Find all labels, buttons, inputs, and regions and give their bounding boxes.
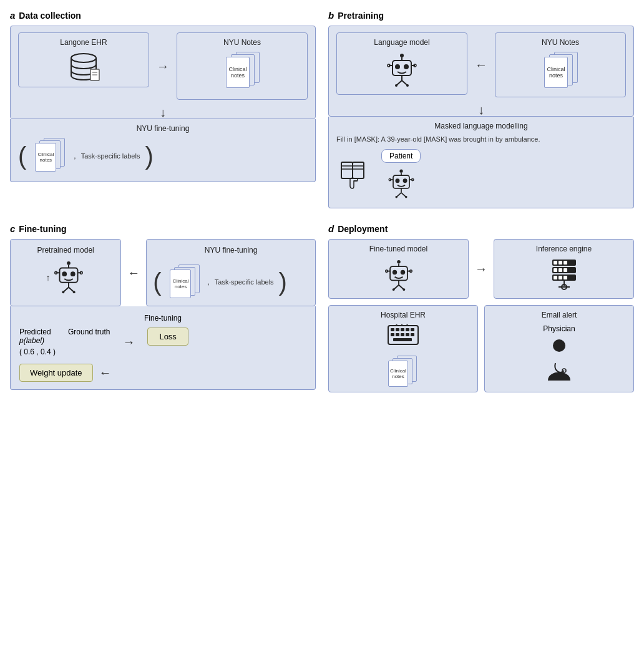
svg-point-4 (400, 54, 404, 57)
svg-rect-77 (559, 276, 562, 279)
svg-point-37 (395, 196, 397, 198)
svg-rect-91 (406, 333, 409, 336)
svg-point-42 (62, 271, 67, 276)
section-c-letter: c (10, 223, 15, 234)
book-icon (336, 158, 369, 191)
fine-tuning-inner-a: ( Clinicalnotes , Task-specific labels ) (18, 138, 308, 174)
svg-point-17 (406, 84, 409, 87)
arrow-right-d: → (475, 262, 487, 276)
arrow-down-a: ↓ (18, 106, 308, 119)
svg-point-47 (80, 271, 82, 274)
svg-point-8 (404, 64, 409, 69)
fine-tuning-label-a: NYU fine-tuning (18, 124, 308, 133)
weight-update-box: Weight update (19, 364, 93, 382)
masked-lm-label: Masked language modelling (336, 122, 626, 130)
svg-rect-72 (554, 268, 557, 272)
section-d-letter: d (328, 223, 334, 234)
svg-point-25 (399, 170, 402, 173)
section-c-label: c Fine-tuning (10, 223, 316, 234)
section-c-title: Fine-tuning (19, 224, 66, 234)
svg-point-33 (411, 178, 413, 180)
fill-mask-text: Fill in [MASK]: A 39-year-old [MASK] was… (336, 135, 626, 143)
svg-point-97 (553, 339, 565, 352)
section-d-title: Deployment (338, 224, 388, 234)
close-paren-c: ) (279, 269, 287, 294)
section-b-label: b Pretraining (328, 10, 634, 21)
arrow-right-c-loss: → (122, 335, 135, 349)
svg-rect-87 (411, 328, 414, 331)
database-icon (67, 52, 100, 82)
arrow-right-a: → (157, 59, 169, 74)
svg-point-38 (405, 196, 407, 198)
comma-c: , (207, 278, 209, 286)
svg-rect-73 (559, 268, 562, 272)
langone-ehr-box: Langone EHR (18, 32, 149, 87)
svg-point-43 (70, 271, 75, 276)
patient-bubble-text: Patient (389, 152, 412, 160)
svg-rect-74 (564, 268, 567, 272)
svg-point-65 (392, 288, 394, 291)
svg-point-29 (402, 178, 407, 183)
svg-point-53 (397, 260, 401, 264)
email-alert-label: Email alert (542, 311, 577, 319)
svg-point-0 (71, 54, 96, 62)
svg-rect-89 (396, 333, 399, 336)
hospital-ehr-box: Hospital EHR (328, 305, 478, 392)
arrow-left-weight: ← (99, 366, 112, 380)
svg-rect-70 (564, 261, 567, 265)
open-paren-c: ( (153, 269, 161, 294)
email-alert-box: Email alert Physician (484, 305, 634, 392)
section-d: d Deployment Fine-tuned model (328, 223, 634, 392)
svg-point-45 (54, 271, 57, 274)
pretrained-model-label: Pretrained model (37, 246, 94, 255)
fine-tuned-model-box: Fine-tuned model (328, 239, 469, 299)
svg-point-16 (395, 84, 398, 87)
svg-rect-84 (396, 328, 399, 331)
svg-rect-19 (353, 162, 364, 178)
svg-rect-69 (559, 261, 562, 265)
svg-rect-18 (341, 162, 353, 178)
task-specific-a: Task-specific labels (81, 152, 140, 160)
ground-truth-label: Ground truth (68, 328, 110, 336)
section-c: c Fine-tuning Pretrained model ↑ (10, 223, 316, 392)
nyu-notes-box-b: NYU Notes Clinicalnotes (495, 32, 626, 97)
language-model-box: Language model (336, 32, 467, 95)
section-b-letter: b (328, 10, 334, 21)
svg-rect-78 (564, 276, 567, 279)
svg-rect-85 (401, 328, 404, 331)
svg-point-59 (385, 270, 388, 273)
p-label: p(label) (19, 336, 44, 345)
svg-point-66 (402, 288, 405, 291)
svg-rect-90 (401, 333, 404, 336)
physician-label: Physician (543, 324, 575, 333)
arrow-left-b: ← (475, 58, 487, 72)
section-b-title: Pretraining (338, 11, 384, 21)
fine-tuned-model-label: Fine-tuned model (369, 245, 427, 253)
robot-icon-c (52, 260, 85, 296)
section-b: b Pretraining Language model (328, 10, 634, 208)
svg-rect-83 (391, 328, 394, 331)
svg-rect-92 (411, 333, 414, 336)
masked-inner: Patient (336, 149, 626, 200)
task-specific-c: Task-specific labels (215, 278, 274, 286)
inference-engine-box: Inference engine (494, 239, 634, 299)
svg-rect-86 (406, 328, 409, 331)
inference-icon (547, 258, 581, 291)
svg-rect-93 (393, 338, 412, 341)
nyu-notes-label-b: NYU Notes (542, 38, 579, 47)
nyu-notes-box-a: NYU Notes Clinicalnotes (177, 32, 308, 100)
open-paren-a: ( (18, 143, 26, 168)
section-a-title: Data collection (19, 11, 81, 21)
nyu-fine-tuning-label-c: NYU fine-tuning (153, 246, 309, 255)
svg-point-52 (72, 291, 75, 293)
section-a-letter: a (10, 10, 15, 21)
robot-icon-b2 (386, 168, 416, 200)
svg-rect-76 (554, 276, 557, 279)
section-d-label: d Deployment (328, 223, 634, 234)
predicted-label: Predicted p(label) (19, 328, 56, 345)
keyboard-icon (387, 324, 419, 346)
svg-point-39 (67, 261, 71, 265)
speech-bubble: Patient (381, 149, 421, 163)
close-paren-a: ) (145, 143, 153, 168)
svg-point-31 (389, 178, 391, 180)
